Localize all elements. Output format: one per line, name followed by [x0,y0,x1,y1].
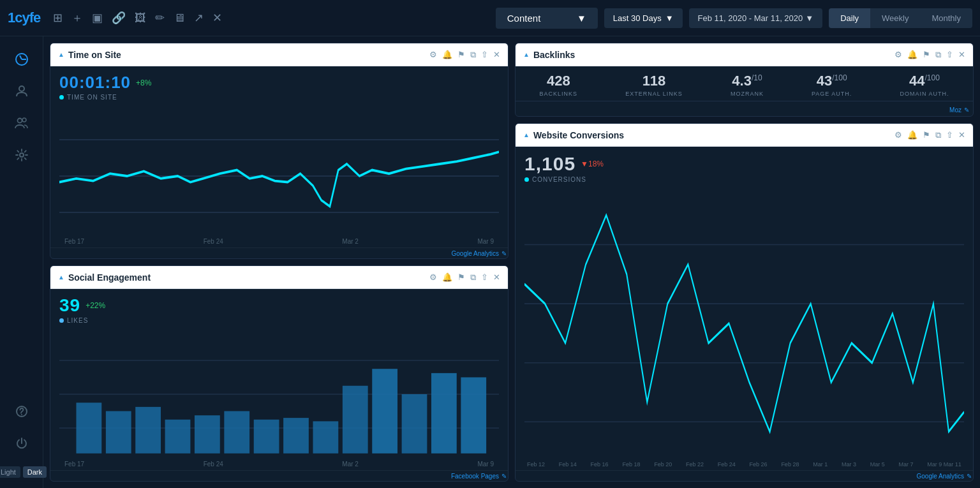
widget-flag-icon[interactable]: ⚑ [457,50,465,59]
widget-wc-body: 1,105 ▼18% CONVERSIONS [516,147,973,470]
plus-icon[interactable]: ＋ [71,10,83,26]
backlinks-stat-backlinks: 428 BACKLINKS [540,73,578,97]
widget-bl-bell-icon[interactable]: 🔔 [907,50,917,59]
link-icon[interactable]: 🔗 [112,11,126,25]
theme-toggle: Light Dark [0,466,47,478]
social-engagement-dot [59,318,64,323]
svg-rect-23 [372,369,397,454]
svg-point-1 [19,86,24,91]
svg-rect-19 [254,420,279,454]
image-icon[interactable]: 🖼 [135,11,146,25]
time-on-site-x-labels: Feb 17 Feb 24 Mar 2 Mar 9 [59,237,499,245]
sidebar-item-help[interactable] [9,399,34,424]
sidebar-bottom: Light Dark [0,399,47,478]
svg-rect-18 [224,411,249,454]
widget-bl-flag-icon[interactable]: ⚑ [923,50,930,59]
time-on-site-change: +8% [136,78,151,87]
widget-wc-actions: ⚙ 🔔 ⚑ ⧉ ⇧ ✕ [895,130,965,140]
wc-label: CONVERSIONS [524,176,964,183]
svg-rect-16 [165,420,191,454]
widget-se-share-icon[interactable]: ⇧ [481,272,488,282]
wc-dot [524,177,529,182]
svg-rect-26 [461,378,486,454]
widget-se-flag-icon[interactable]: ⚑ [457,272,465,282]
widget-wc-bell-icon[interactable]: 🔔 [907,130,917,140]
backlinks-stat-pageauth: 43/100 PAGE AUTH. [812,73,852,97]
social-engagement-label: LIKES [59,317,499,324]
desktop-icon[interactable]: 🖥 [174,11,185,25]
logo: 1cyfe [8,10,40,26]
grid-icon[interactable]: ⊞ [53,11,63,25]
content-dropdown[interactable]: Content ▼ [496,8,598,29]
sidebar-item-dashboard[interactable] [9,47,34,72]
widget-wc-title: ▲ Website Conversions [523,130,624,140]
widget-wc-flag-icon[interactable]: ⚑ [923,130,930,140]
widget-se-expand-icon[interactable]: ⧉ [470,272,476,283]
svg-rect-17 [195,415,220,454]
monitor-icon[interactable]: ▣ [92,11,103,25]
widget-bl-collapse-arrow[interactable]: ▲ [523,51,530,58]
widget-backlinks-actions: ⚙ 🔔 ⚑ ⧉ ⇧ ✕ [895,50,965,60]
svg-rect-13 [77,403,102,454]
footer-se-edit-icon[interactable]: ✎ [501,473,507,480]
widget-bl-close-icon[interactable]: ✕ [958,50,965,59]
widget-settings-icon[interactable]: ⚙ [429,50,437,59]
widget-collapse-arrow[interactable]: ▲ [58,51,64,58]
widget-bl-settings-icon[interactable]: ⚙ [895,50,902,59]
backlinks-stat-domainauth: 44/100 DOMAIN AUTH. [900,73,949,97]
sidebar-item-person[interactable] [9,78,34,104]
widget-bell-icon[interactable]: 🔔 [442,50,452,59]
social-engagement-value: 39 [59,295,80,316]
widget-share-icon[interactable]: ⇧ [481,50,488,59]
time-on-site-chart [59,103,499,237]
svg-point-6 [21,414,22,415]
svg-rect-22 [343,386,368,454]
widget-wc-expand-icon[interactable]: ⧉ [935,130,941,140]
footer-wc-edit-icon[interactable]: ✎ [967,473,972,480]
footer-edit-icon[interactable]: ✎ [501,250,507,257]
widget-se-close-icon[interactable]: ✕ [493,272,500,282]
widget-bl-share-icon[interactable]: ⇧ [946,50,953,59]
content-dropdown-label: Content [507,13,541,24]
nav-close-icon[interactable]: ✕ [212,11,222,25]
widget-se-collapse-arrow[interactable]: ▲ [58,274,64,281]
share-icon[interactable]: ↗ [194,11,204,25]
svg-rect-14 [106,411,131,454]
widget-se-bell-icon[interactable]: 🔔 [442,272,452,282]
time-on-site-stat: 00:01:10 +8% [59,73,499,92]
widget-wc-close-icon[interactable]: ✕ [958,130,965,140]
svg-point-3 [22,118,26,122]
right-column: ▲ Backlinks ⚙ 🔔 ⚑ ⧉ ⇧ ✕ 428 BACKLINKS [515,43,974,482]
widget-bl-expand-icon[interactable]: ⧉ [935,50,941,60]
backlinks-stat-external: 118 EXTERNAL LINKS [625,73,683,97]
period-monthly-button[interactable]: Monthly [920,8,972,28]
svg-rect-15 [135,407,161,454]
edit-icon[interactable]: ✏ [155,11,165,25]
period-weekly-button[interactable]: Weekly [870,8,920,28]
backlinks-footer: Moz ✎ [516,104,973,116]
light-theme-button[interactable]: Light [0,466,20,478]
time-on-site-dot [59,95,64,100]
footer-bl-edit-icon[interactable]: ✎ [964,107,969,114]
widget-expand-icon[interactable]: ⧉ [470,50,476,60]
widget-wc-share-icon[interactable]: ⇧ [946,130,953,140]
widget-close-icon[interactable]: ✕ [493,50,500,59]
social-engagement-chart [59,327,499,459]
widget-se-settings-icon[interactable]: ⚙ [429,272,437,282]
backlinks-stats-row: 428 BACKLINKS 118 EXTERNAL LINKS 4.3/10 … [516,66,973,101]
date-range-label: Last 30 Days [613,13,662,23]
period-buttons: Daily Weekly Monthly [829,8,972,28]
sidebar-item-people[interactable] [9,110,34,136]
date-range-button[interactable]: Last 30 Days ▼ [604,8,683,28]
wc-x-labels: Feb 12 Feb 14 Feb 16 Feb 18 Feb 20 Feb 2… [524,461,964,468]
date-picker-button[interactable]: Feb 11, 2020 - Mar 11, 2020 ▼ [689,8,823,28]
period-daily-button[interactable]: Daily [829,8,870,28]
wc-chart [524,186,964,461]
social-engagement-stat: 39 +22% [59,295,499,316]
widget-wc-collapse-arrow[interactable]: ▲ [523,131,530,138]
widget-wc-settings-icon[interactable]: ⚙ [895,130,902,140]
sidebar-item-power[interactable] [9,431,34,456]
sidebar-item-settings[interactable] [9,142,34,168]
svg-rect-21 [313,421,339,453]
main-grid: ▲ Time on Site ⚙ 🔔 ⚑ ⧉ ⇧ ✕ 00:01:10 +8% … [43,36,980,488]
